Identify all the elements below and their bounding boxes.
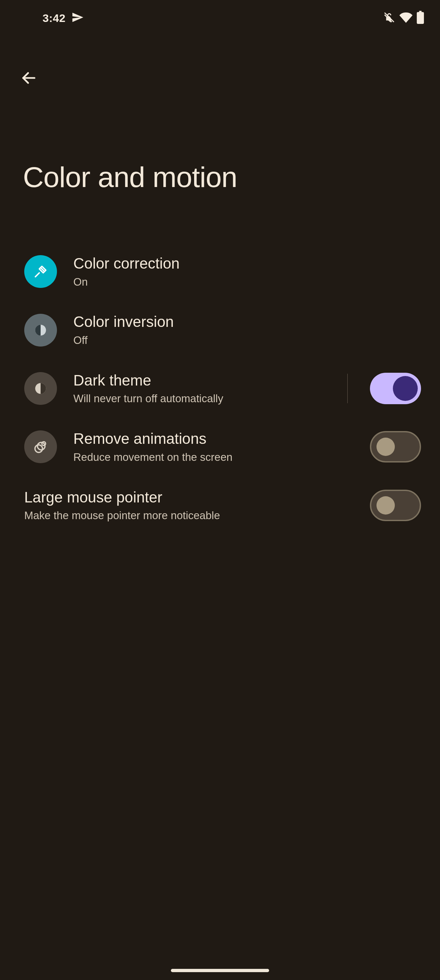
invert-colors-icon xyxy=(24,314,57,347)
status-right xyxy=(383,11,424,25)
wifi-icon xyxy=(399,11,413,25)
row-texts: Color inversion Off xyxy=(73,312,421,347)
send-icon xyxy=(71,11,84,25)
toggle-knob xyxy=(393,376,418,401)
page-title: Color and motion xyxy=(23,161,237,194)
row-subtitle: Off xyxy=(73,333,421,347)
row-title: Color correction xyxy=(73,254,421,273)
row-title: Color inversion xyxy=(73,312,421,331)
row-subtitle: Make the mouse pointer more noticeable xyxy=(24,509,354,523)
row-divider xyxy=(347,374,348,403)
contrast-icon xyxy=(24,372,57,405)
toggle-dark-theme[interactable] xyxy=(370,373,421,404)
row-title: Large mouse pointer xyxy=(24,488,354,507)
row-color-correction[interactable]: Color correction On xyxy=(0,242,440,301)
status-bar: 3:42 xyxy=(0,0,440,36)
battery-icon xyxy=(416,11,424,25)
arrow-left-icon xyxy=(20,70,37,88)
row-dark-theme[interactable]: Dark theme Will never turn off automatic… xyxy=(0,359,440,418)
row-title: Dark theme xyxy=(73,371,331,390)
row-color-inversion[interactable]: Color inversion Off xyxy=(0,301,440,359)
status-left: 3:42 xyxy=(43,11,84,25)
row-remove-animations[interactable]: Remove animations Reduce movement on the… xyxy=(0,418,440,476)
row-subtitle: Will never turn off automatically xyxy=(73,392,331,406)
row-texts: Large mouse pointer Make the mouse point… xyxy=(24,488,354,523)
toggle-large-mouse-pointer[interactable] xyxy=(370,490,421,521)
settings-list: Color correction On Color inversion Off … xyxy=(0,242,440,535)
animation-icon xyxy=(24,430,57,463)
back-button[interactable] xyxy=(16,65,42,92)
toggle-remove-animations[interactable] xyxy=(370,431,421,463)
row-large-mouse-pointer[interactable]: Large mouse pointer Make the mouse point… xyxy=(0,476,440,535)
row-texts: Color correction On xyxy=(73,254,421,289)
status-time: 3:42 xyxy=(43,12,65,25)
toggle-knob xyxy=(376,496,395,515)
mute-icon xyxy=(383,11,396,25)
row-title: Remove animations xyxy=(73,430,354,449)
eyedropper-icon xyxy=(24,255,57,288)
row-subtitle: Reduce movement on the screen xyxy=(73,450,354,465)
gesture-nav-bar[interactable] xyxy=(171,969,269,972)
row-texts: Remove animations Reduce movement on the… xyxy=(73,430,354,464)
toggle-knob xyxy=(376,438,395,456)
row-texts: Dark theme Will never turn off automatic… xyxy=(73,371,331,406)
row-subtitle: On xyxy=(73,275,421,289)
